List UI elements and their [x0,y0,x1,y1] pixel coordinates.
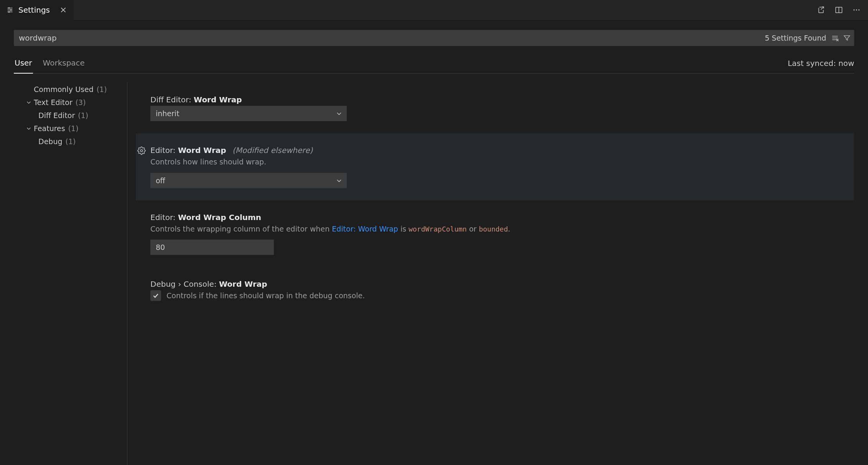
dropdown-editor-wordwrap[interactable]: off [150,173,347,188]
setting-debug-console-wordwrap: Debug › Console: Word Wrap Controls if t… [136,267,854,304]
setting-description: Controls the wrapping column of the edit… [150,223,847,235]
toc-count: (1) [97,85,107,94]
scope-tab-workspace[interactable]: Workspace [42,55,86,74]
settings-list: Diff Editor: Word Wrap inherit [127,82,854,465]
toc-label: Text Editor [34,98,72,107]
dropdown-value: inherit [156,109,180,118]
link-editor-wordwrap[interactable]: Editor: Word Wrap [332,225,398,233]
clear-search-icon[interactable] [831,34,839,42]
toc-label: Features [34,124,65,133]
svg-point-10 [853,10,855,11]
open-settings-json-icon[interactable] [817,5,826,15]
editor-tabstrip: Settings [0,0,868,20]
toc-debug[interactable]: Debug (1) [14,135,127,148]
settings-found-count: 5 Settings Found [765,34,828,42]
svg-point-3 [8,7,10,8]
sync-status[interactable]: Last synced: now [788,59,854,73]
toc-features[interactable]: Features (1) [14,122,127,135]
chevron-down-icon [25,100,32,105]
toc-count: (1) [65,137,76,146]
toc-label: Commonly Used [34,85,94,94]
svg-point-18 [140,150,143,152]
setting-title: Debug › Console: Word Wrap [150,279,847,289]
setting-title: Editor: Word Wrap Column [150,213,847,222]
svg-point-12 [858,10,860,11]
svg-point-11 [856,10,857,11]
tab-settings[interactable]: Settings [0,0,74,20]
dropdown-diffeditor-wordwrap[interactable]: inherit [150,106,347,121]
gear-icon[interactable] [137,146,146,155]
chevron-down-icon [336,110,342,117]
settings-search-input[interactable] [19,33,765,43]
setting-description: Controls if the lines should wrap in the… [166,290,365,301]
toc-label: Debug [38,137,62,146]
settings-editor: 5 Settings Found User Workspace Last syn… [0,20,868,465]
settings-search: 5 Settings Found [14,30,854,46]
settings-scope-row: User Workspace Last synced: now [14,55,854,74]
setting-description: Controls how lines should wrap. [150,156,847,168]
svg-point-5 [8,11,10,12]
toc-commonly-used[interactable]: Commonly Used (1) [14,83,127,96]
filter-icon[interactable] [843,34,851,42]
chevron-down-icon [336,177,342,184]
setting-title: Editor: Word Wrap (Modified elsewhere) [150,146,847,155]
setting-diffeditor-wordwrap: Diff Editor: Word Wrap inherit [136,83,854,133]
dropdown-value: off [156,176,165,185]
close-icon[interactable] [60,7,67,13]
toc-count: (3) [76,98,86,107]
checkbox-debug-console-wordwrap[interactable] [150,290,161,301]
svg-point-4 [10,9,12,10]
toc-label: Diff Editor [38,111,75,120]
input-editor-wordwrapcolumn[interactable] [150,240,274,255]
toc-text-editor[interactable]: Text Editor (3) [14,96,127,109]
tab-title: Settings [18,5,50,15]
setting-title: Diff Editor: Word Wrap [150,95,847,104]
split-editor-icon[interactable] [834,5,843,15]
editor-title-actions [817,0,868,20]
toc-diff-editor[interactable]: Diff Editor (1) [14,109,127,122]
more-actions-icon[interactable] [852,5,861,15]
toc-count: (1) [78,111,88,120]
modified-badge: (Modified elsewhere) [232,146,313,155]
settings-tab-icon [6,6,14,14]
chevron-down-icon [25,126,32,131]
settings-toc: Commonly Used (1) Text Editor (3) Diff E… [14,82,127,465]
toc-count: (1) [68,124,79,133]
scope-tab-user[interactable]: User [14,55,33,74]
setting-editor-wordwrapcolumn: Editor: Word Wrap Column Controls the wr… [136,200,854,268]
setting-editor-wordwrap: Editor: Word Wrap (Modified elsewhere) C… [136,133,854,200]
